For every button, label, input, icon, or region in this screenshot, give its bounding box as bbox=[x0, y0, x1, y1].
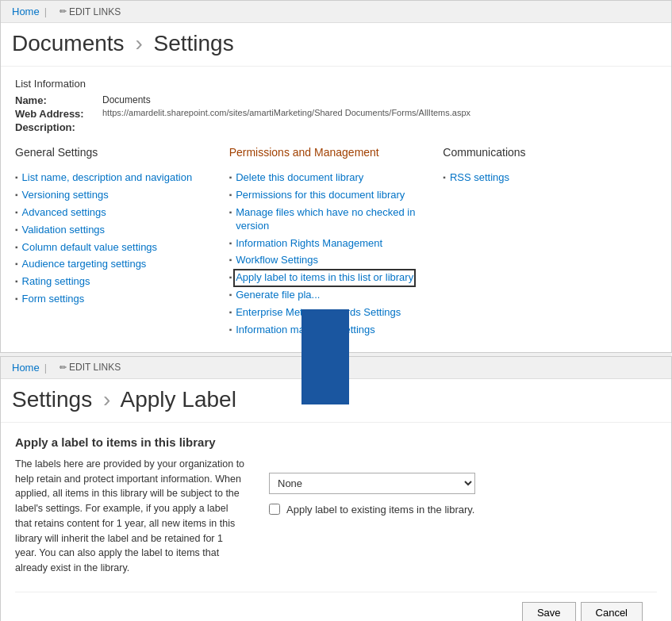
edit-links-2[interactable]: ✏ EDIT LINKS bbox=[60, 362, 121, 373]
list-item: Manage files which have no checked in ve… bbox=[229, 206, 444, 233]
edit-links-1[interactable]: ✏ EDIT LINKS bbox=[60, 6, 121, 17]
bottom-buttons: Save Cancel bbox=[15, 592, 657, 621]
general-settings-title: General Settings bbox=[15, 146, 229, 162]
list-item: Rating settings bbox=[15, 275, 229, 289]
down-arrow-icon bbox=[301, 309, 349, 404]
webaddress-label: Web Address: bbox=[15, 108, 102, 120]
permissions-settings-title: Permissions and Management bbox=[229, 146, 444, 162]
link-versioning[interactable]: Versioning settings bbox=[22, 189, 109, 202]
title-arrow-2: › bbox=[103, 387, 110, 412]
link-delete-lib[interactable]: Delete this document library bbox=[236, 171, 363, 185]
top-bar-separator-2: | bbox=[44, 362, 47, 374]
edit-links-label-2: EDIT LINKS bbox=[69, 362, 121, 373]
apply-label-layout: The labels here are provided by your org… bbox=[15, 457, 657, 576]
link-apply-label[interactable]: Apply label to items in this list or lib… bbox=[236, 271, 413, 285]
apply-existing-label: Apply label to existing items in the lib… bbox=[286, 504, 474, 516]
general-settings-list: List name, description and navigation Ve… bbox=[15, 171, 229, 306]
panel-documents-settings: Home | ✏ EDIT LINKS Documents › Settings… bbox=[0, 0, 672, 353]
list-info-title: List Information bbox=[15, 78, 657, 90]
link-irm[interactable]: Information Rights Management bbox=[236, 237, 382, 251]
list-item: Validation settings bbox=[15, 224, 229, 237]
list-item: Column default value settings bbox=[15, 241, 229, 255]
list-item: Advanced settings bbox=[15, 206, 229, 220]
communications-settings-col: Communications RSS settings bbox=[443, 146, 657, 341]
link-manage-files[interactable]: Manage files which have no checked in ve… bbox=[236, 206, 443, 233]
name-value: Documents bbox=[102, 94, 151, 106]
page-title-1: Documents › Settings bbox=[1, 23, 671, 67]
apply-existing-row: Apply label to existing items in the lib… bbox=[269, 504, 657, 516]
list-item: Information Rights Management bbox=[229, 237, 444, 251]
pencil-icon-1: ✏ bbox=[60, 6, 67, 17]
apply-label-description: The labels here are provided by your org… bbox=[15, 457, 245, 576]
name-label: Name: bbox=[15, 94, 102, 106]
list-item: Audience targeting settings bbox=[15, 258, 229, 271]
label-select[interactable]: None bbox=[269, 473, 475, 494]
link-permissions-lib[interactable]: Permissions for this document library bbox=[236, 189, 405, 202]
save-button[interactable]: Save bbox=[522, 602, 576, 621]
title-arrow-1: › bbox=[135, 31, 142, 56]
apply-label-right: None Apply label to existing items in th… bbox=[269, 457, 657, 516]
link-advanced[interactable]: Advanced settings bbox=[22, 206, 106, 220]
link-rss[interactable]: RSS settings bbox=[450, 171, 509, 185]
label-select-container: None bbox=[269, 473, 657, 494]
list-item: Workflow Settings bbox=[229, 254, 444, 267]
list-info-desc-row: Description: bbox=[15, 121, 657, 133]
list-item: Form settings bbox=[15, 293, 229, 306]
link-rating[interactable]: Rating settings bbox=[22, 275, 90, 289]
apply-label-content: Apply a label to items in this library T… bbox=[1, 423, 671, 621]
arrow-container bbox=[301, 309, 349, 407]
general-settings-col: General Settings List name, description … bbox=[15, 146, 229, 341]
list-item: Apply label to items in this list or lib… bbox=[229, 271, 444, 285]
description-label: Description: bbox=[15, 121, 102, 133]
list-item: Permissions for this document library bbox=[229, 189, 444, 202]
link-validation[interactable]: Validation settings bbox=[22, 224, 106, 237]
link-audience[interactable]: Audience targeting settings bbox=[22, 258, 147, 271]
pencil-icon-2: ✏ bbox=[60, 362, 67, 373]
link-list-name[interactable]: List name, description and navigation bbox=[22, 171, 193, 185]
webaddress-value: https://amardelit.sharepoint.com/sites/a… bbox=[102, 108, 470, 120]
home-link-1[interactable]: Home bbox=[12, 6, 40, 17]
list-item: Delete this document library bbox=[229, 171, 444, 185]
list-item: RSS settings bbox=[443, 171, 657, 185]
list-info-section: List Information Name: Documents Web Add… bbox=[15, 78, 657, 133]
list-item: List name, description and navigation bbox=[15, 171, 229, 185]
cancel-button[interactable]: Cancel bbox=[581, 602, 643, 621]
apply-label-heading: Apply a label to items in this library bbox=[15, 435, 657, 449]
list-info-webaddress-row: Web Address: https://amardelit.sharepoin… bbox=[15, 108, 657, 120]
title-part2-2: Apply Label bbox=[121, 387, 236, 412]
list-info-name-row: Name: Documents bbox=[15, 94, 657, 106]
top-bar-separator-1: | bbox=[44, 6, 47, 17]
list-item: Versioning settings bbox=[15, 189, 229, 202]
title-part1-2: Settings bbox=[12, 387, 92, 412]
top-bar-1: Home | ✏ EDIT LINKS bbox=[1, 1, 671, 23]
link-form[interactable]: Form settings bbox=[22, 293, 85, 306]
title-part1-1: Documents bbox=[12, 31, 125, 56]
link-column-default[interactable]: Column default value settings bbox=[22, 241, 158, 255]
link-generate-file[interactable]: Generate file pla... bbox=[236, 289, 320, 302]
home-link-2[interactable]: Home bbox=[12, 362, 40, 374]
edit-links-label-1: EDIT LINKS bbox=[69, 6, 121, 17]
list-item: Generate file pla... bbox=[229, 289, 444, 302]
title-part2-1: Settings bbox=[154, 31, 234, 56]
link-workflow[interactable]: Workflow Settings bbox=[236, 254, 318, 267]
communications-settings-title: Communications bbox=[443, 146, 657, 162]
communications-settings-list: RSS settings bbox=[443, 171, 657, 185]
apply-existing-checkbox[interactable] bbox=[269, 504, 280, 515]
